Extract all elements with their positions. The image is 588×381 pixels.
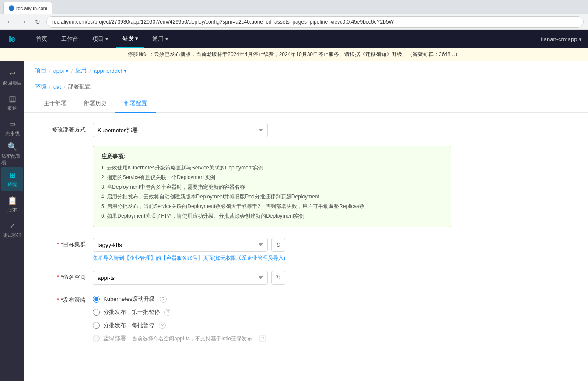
secrets-icon: 🔍 [7, 142, 17, 152]
breadcrumb-project[interactable]: 项目 [35, 67, 46, 74]
sidebar-item-overview[interactable]: ▦ 概述 [1, 91, 23, 115]
browser-tab-active[interactable]: 🔵 rdc.aliyun.com [4, 2, 52, 14]
app-user[interactable]: tianan-crmapp ▾ [535, 36, 588, 42]
notice-item-5: 5. 启用分批发布，当前Service关联的Deployment数必须大于或等于… [101, 201, 443, 211]
strategy-label: *发布策略 [42, 293, 86, 304]
cluster-label: *目标集群 [42, 238, 86, 248]
notice-item-6: 6. 如果Deployment关联了HPA，请使用滚动升级、分批蓝绿会创建新的D… [101, 211, 443, 221]
strategy-option-bluegreen[interactable]: 蓝绿部署 当前选择命名空间appi-ts，不支持基于Istio蓝绿发布 ? [93, 335, 355, 342]
strategy-option-batch-first[interactable]: 分批发布，第一批暂停 ? [93, 308, 355, 316]
sub-breadcrumb-uat[interactable]: uat [53, 84, 61, 90]
notice-box: 注意事项: 1. 云效使用Kubernetes升级策略更新与Service关联的… [93, 146, 452, 227]
strategy-help-bluegreen[interactable]: ? [259, 335, 266, 342]
app-topbar: Ie 首页 工作台 项目 ▾ 研发 ▾ 通用 ▾ tianan-crmapp ▾ [0, 30, 588, 48]
strategy-label-rolling: Kubernetes滚动升级 [103, 295, 155, 303]
deploy-method-label: 修改部署方式 [42, 123, 86, 134]
content-area: 项目 / appi ▾ / 应用 / appi-prddef ▾ 环境 / ua… [24, 61, 588, 381]
cluster-refresh-button[interactable]: ↻ [271, 238, 285, 252]
namespace-control: appi-ts ↻ [93, 271, 285, 285]
breadcrumb: 项目 / appi ▾ / 应用 / appi-prddef ▾ [24, 61, 588, 78]
form-area: 修改部署方式 Kubernetes部署主机部署函数计算 注意事项: 1. 云效使… [24, 113, 588, 381]
notice-title: 注意事项: [101, 152, 443, 160]
tabs-bar: 主干部署 部署历史 部署配置 [24, 95, 588, 113]
strategy-radio-batch-every[interactable] [93, 322, 100, 329]
nav-home[interactable]: 首页 [30, 30, 53, 48]
app-nav: 首页 工作台 项目 ▾ 研发 ▾ 通用 ▾ [24, 30, 535, 48]
strategy-label-bluegreen: 蓝绿部署 [103, 335, 126, 342]
app-logo: Ie [0, 30, 24, 48]
cluster-select[interactable]: tagyy-k8s [93, 238, 268, 252]
cluster-hint: 集群导入请到【企业管理】的【容器服务账号】页面(如无权限联系企业管理员导入) [93, 254, 285, 262]
namespace-refresh-button[interactable]: ↻ [271, 271, 285, 285]
breadcrumb-appdef[interactable]: appi-prddef ▾ [94, 67, 127, 74]
notice-item-1: 1. 云效使用Kubernetes升级策略更新与Service关联的Deploy… [101, 163, 443, 173]
deploy-method-select[interactable]: Kubernetes部署主机部署函数计算 [93, 123, 268, 137]
strategy-radio-bluegreen [93, 335, 100, 342]
browser-tabs: 🔵 rdc.aliyun.com [0, 0, 588, 14]
sidebar-item-pipeline[interactable]: ⇒ 流水线 [1, 116, 23, 140]
cluster-row: *目标集群 tagyy-k8s ↻ 集群导入请到【企业管理】的【容器服务账号】页… [42, 238, 570, 262]
cluster-control: tagyy-k8s ↻ 集群导入请到【企业管理】的【容器服务账号】页面(如无权限… [93, 238, 285, 262]
sidebar-item-back[interactable]: ↩ 返回项目 [1, 66, 23, 89]
breadcrumb-appi[interactable]: appi ▾ [53, 67, 69, 74]
nav-workbench[interactable]: 工作台 [55, 30, 84, 48]
breadcrumb-app[interactable]: 应用 [75, 67, 87, 74]
sidebar-item-version[interactable]: 📋 版本 [1, 193, 23, 216]
main-layout: ↩ 返回项目 ▦ 概述 ⇒ 流水线 🔍 私密配置项 ⊞ 环境 📋 版本 ✓ 测试… [0, 61, 588, 381]
notice-item-2: 2. 指定的Service有且仅关联一个Deployment实例 [101, 173, 443, 182]
strategy-option-batch-every[interactable]: 分批发布，每批暂停 ? [93, 321, 355, 329]
strategy-help-rolling[interactable]: ? [160, 296, 167, 303]
tab-deploy-config[interactable]: 部署配置 [116, 95, 156, 113]
nav-project[interactable]: 项目 ▾ [86, 30, 115, 48]
strategy-radio-rolling[interactable] [93, 296, 100, 303]
strategy-label-batch-first: 分批发布，第一批暂停 [103, 308, 160, 316]
back-project-icon: ↩ [9, 69, 16, 78]
nav-general[interactable]: 通用 ▾ [146, 30, 175, 48]
strategy-help-batch-every[interactable]: ? [159, 322, 166, 329]
sidebar-item-secrets[interactable]: 🔍 私密配置项 [1, 142, 23, 166]
strategy-help-batch-first[interactable]: ? [164, 309, 172, 316]
reload-button[interactable]: ↻ [32, 17, 43, 27]
nav-rnd[interactable]: 研发 ▾ [116, 30, 145, 48]
sub-breadcrumb-current: 部署配置 [68, 83, 91, 91]
sidebar: ↩ 返回项目 ▦ 概述 ⇒ 流水线 🔍 私密配置项 ⊞ 环境 📋 版本 ✓ 测试… [0, 61, 24, 381]
strategy-option-rolling[interactable]: Kubernetes滚动升级 ? [93, 295, 355, 303]
browser-bar: ← → ↻ [0, 14, 588, 30]
sidebar-item-test[interactable]: ✓ 测试验证 [1, 218, 23, 242]
sub-breadcrumb-env[interactable]: 环境 [35, 83, 46, 91]
back-button[interactable]: ← [4, 17, 15, 27]
notice-bar: 停服通知：云效已发布新版，当前老版将于2024年4月停止续费，2024年10月3… [0, 48, 588, 61]
notice-item-4: 4. 启用分批发布，云效将自动创建新版本Deployment并将旧版Pod分批迁… [101, 192, 443, 201]
deploy-method-row: 修改部署方式 Kubernetes部署主机部署函数计算 [42, 123, 570, 137]
tab-main-deploy[interactable]: 主干部署 [35, 95, 75, 113]
sidebar-item-env[interactable]: ⊞ 环境 [1, 167, 23, 191]
namespace-select[interactable]: appi-ts [93, 271, 268, 285]
strategy-control: Kubernetes滚动升级 ? 分批发布，第一批暂停 ? 分批发布，每 [93, 293, 355, 342]
forward-button[interactable]: → [18, 17, 29, 27]
pipeline-icon: ⇒ [9, 120, 16, 129]
strategy-row: *发布策略 Kubernetes滚动升级 ? 分批发布，第一批暂停 [42, 293, 570, 342]
tab-deploy-history[interactable]: 部署历史 [75, 95, 116, 113]
overview-icon: ▦ [9, 94, 16, 104]
namespace-row: *命名空间 appi-ts ↻ [42, 271, 570, 285]
strategy-radio-group: Kubernetes滚动升级 ? 分批发布，第一批暂停 ? 分批发布，每 [93, 293, 355, 342]
strategy-note-bluegreen: 当前选择命名空间appi-ts，不支持基于Istio蓝绿发布 [132, 335, 252, 342]
strategy-radio-batch-first[interactable] [93, 309, 100, 316]
sub-breadcrumb: 环境 / uat / 部署配置 [24, 78, 588, 95]
notice-item-3: 3. 当Deployment中包含多个容器时，需要指定更新的容器名称 [101, 182, 443, 192]
url-bar[interactable] [46, 16, 584, 28]
env-icon: ⊞ [9, 170, 16, 180]
test-icon: ✓ [9, 221, 16, 231]
version-icon: 📋 [7, 196, 17, 205]
namespace-label: *命名空间 [42, 271, 86, 281]
deploy-method-control: Kubernetes部署主机部署函数计算 [93, 123, 285, 137]
strategy-label-batch-every: 分批发布，每批暂停 [103, 321, 154, 329]
